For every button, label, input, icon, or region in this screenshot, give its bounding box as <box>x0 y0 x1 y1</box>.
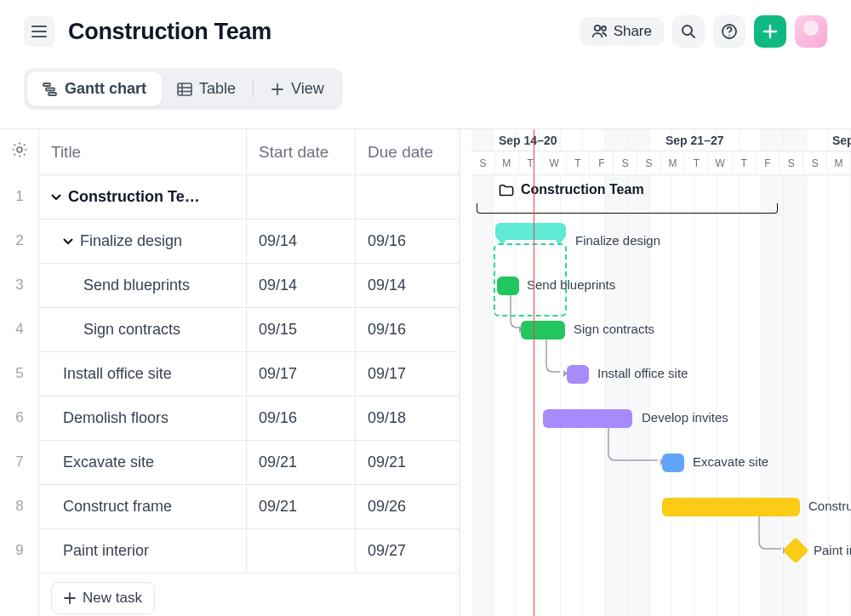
timeline-row-develop[interactable]: Develop invites <box>471 396 851 441</box>
svg-rect-12 <box>46 88 54 90</box>
cell-due[interactable]: 09/21 <box>356 441 460 484</box>
cell-start[interactable]: 09/14 <box>247 264 356 307</box>
bar-label-excavate: Excavate site <box>693 454 768 469</box>
table-row[interactable]: 7Excavate site09/2109/21 <box>39 441 460 485</box>
table-row[interactable]: 4Sign contracts09/1509/16 <box>39 308 460 352</box>
cell-start[interactable] <box>247 529 356 573</box>
cell-due[interactable]: 09/18 <box>356 396 460 440</box>
cell-start[interactable]: 09/21 <box>247 441 356 484</box>
bar-develop[interactable] <box>543 409 632 428</box>
bar-install[interactable] <box>567 365 589 384</box>
timeline-row-contracts[interactable]: Sign contracts <box>471 308 851 352</box>
cell-start[interactable]: 09/16 <box>247 396 356 440</box>
search-button[interactable] <box>672 15 705 48</box>
cell-title[interactable]: Finalize design <box>39 220 247 263</box>
bar-label-blueprints: Send blueprints <box>527 277 615 292</box>
cell-start[interactable] <box>247 175 356 219</box>
cell-title[interactable]: Send blueprints <box>39 264 247 307</box>
cell-due[interactable]: 09/14 <box>356 264 460 307</box>
tab-gantt[interactable]: Gantt chart <box>27 71 162 106</box>
menu-button[interactable] <box>24 16 54 47</box>
column-header-title[interactable]: Title <box>39 129 247 174</box>
bar-frame[interactable] <box>662 498 800 516</box>
cell-due[interactable]: 09/26 <box>356 485 460 528</box>
cell-start[interactable]: 09/14 <box>247 220 356 263</box>
task-title: Excavate site <box>63 453 154 471</box>
table-row[interactable]: 9Paint interior09/27 <box>39 529 460 573</box>
cell-start[interactable]: 09/21 <box>247 485 356 528</box>
cell-title[interactable]: Construct frame <box>39 485 247 528</box>
new-task-row: New task <box>39 573 460 616</box>
bar-blueprints[interactable] <box>497 277 519 295</box>
table-row[interactable]: 6Demolish floors09/1609/18 <box>39 396 460 441</box>
table-row[interactable]: 5Install office site09/1709/17 <box>39 352 460 396</box>
folder-icon <box>499 184 514 197</box>
cell-due[interactable]: 09/16 <box>356 220 460 263</box>
cell-title[interactable]: Construction Te… <box>39 175 247 219</box>
cell-title[interactable]: Paint interior <box>39 529 247 573</box>
cell-due[interactable] <box>356 175 460 219</box>
row-number: 6 <box>0 409 39 426</box>
task-title: Send blueprints <box>83 277 190 294</box>
user-avatar[interactable] <box>795 15 827 48</box>
column-header-due[interactable]: Due date <box>356 129 460 174</box>
project-title-label: Construction Team <box>521 182 644 197</box>
table-row[interactable]: 8Construct frame09/2109/26 <box>39 485 460 529</box>
share-label: Share <box>614 23 652 40</box>
table-row[interactable]: 1Construction Te… <box>39 175 460 220</box>
timeline-row-install[interactable]: Install office site <box>471 352 851 396</box>
cell-due[interactable]: 09/16 <box>356 308 460 351</box>
new-task-button[interactable]: New task <box>51 582 155 614</box>
cell-start[interactable]: 09/15 <box>247 308 356 351</box>
svg-line-6 <box>691 34 695 38</box>
column-header-start[interactable]: Start date <box>247 129 356 174</box>
bar-excavate[interactable] <box>662 453 684 472</box>
cell-title[interactable]: Install office site <box>39 352 247 396</box>
svg-point-5 <box>683 26 692 35</box>
add-button[interactable] <box>754 15 786 48</box>
tab-divider <box>253 80 254 99</box>
cell-title[interactable]: Excavate site <box>39 441 247 484</box>
chevron-down-icon[interactable] <box>51 194 61 201</box>
table-body: 1Construction Te…2Finalize design09/1409… <box>39 175 460 573</box>
row-number: 7 <box>0 453 39 471</box>
timeline-row-finalize[interactable]: Finalize design <box>471 220 851 264</box>
chevron-down-icon[interactable] <box>63 238 73 245</box>
timeline-project-row: Construction Team <box>471 175 851 220</box>
timeline[interactable]: Sep 14–20 Sep 21–27 Sep SMTWTFSSMTWTFSSM… <box>471 129 851 616</box>
task-title: Construction Te… <box>68 188 200 206</box>
cell-title[interactable]: Demolish floors <box>39 396 247 440</box>
plus-icon <box>762 24 778 39</box>
task-title: Finalize design <box>80 232 182 250</box>
share-button[interactable]: Share <box>580 17 664 46</box>
bar-label-paint: Paint inter <box>814 543 851 557</box>
task-title: Install office site <box>63 365 172 383</box>
bar-finalize[interactable] <box>495 223 566 240</box>
project-bracket <box>477 203 778 214</box>
tab-gantt-label: Gantt chart <box>65 80 146 98</box>
timeline-row-paint[interactable]: Paint inter <box>471 529 851 573</box>
tab-table[interactable]: Table <box>162 71 251 106</box>
tab-table-label: Table <box>199 80 236 98</box>
cell-title[interactable]: Sign contracts <box>39 308 247 351</box>
timeline-row-blueprints[interactable]: Send blueprints <box>471 264 851 308</box>
table-row[interactable]: 2Finalize design09/1409/16 <box>39 220 460 264</box>
hamburger-icon <box>31 26 47 37</box>
new-task-label: New task <box>83 590 142 607</box>
help-button[interactable] <box>713 15 745 48</box>
gear-icon[interactable] <box>11 141 28 158</box>
cell-due[interactable]: 09/17 <box>356 352 460 396</box>
split-handle[interactable] <box>460 129 471 616</box>
timeline-row-frame[interactable]: Construct fra <box>471 485 851 529</box>
topbar: Construction Team Share <box>0 0 851 53</box>
table-row[interactable]: 3Send blueprints09/1409/14 <box>39 264 460 308</box>
page-title: Construction Team <box>68 19 271 45</box>
cell-start[interactable]: 09/17 <box>247 352 356 396</box>
svg-rect-11 <box>43 83 50 86</box>
svg-rect-13 <box>49 93 56 95</box>
task-title: Demolish floors <box>63 409 168 427</box>
topbar-right: Share <box>580 15 827 48</box>
tab-add-view[interactable]: View <box>255 71 340 106</box>
cell-due[interactable]: 09/27 <box>356 529 460 573</box>
bar-label-contracts: Sign contracts <box>574 322 654 336</box>
